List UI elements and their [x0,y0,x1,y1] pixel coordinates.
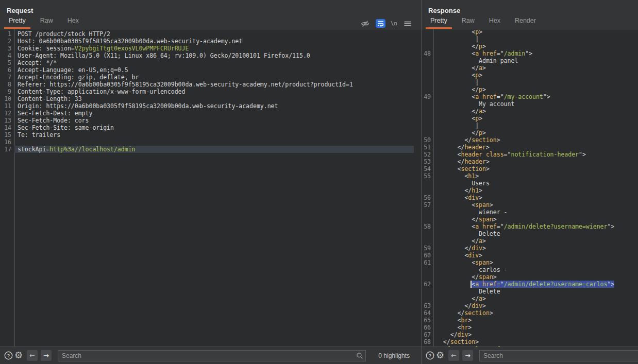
code-line: 6Accept-Language: en-US,en;q=0.5 [0,66,421,74]
line-number: 49 [422,93,433,100]
code-line: | [422,122,638,129]
menu-icon[interactable] [402,18,413,29]
line-number: 59 [422,245,433,252]
code-line: 58 <a href="/admin/delete?username=wiene… [422,223,638,230]
line-number: 60 [422,252,433,259]
line-number [422,29,433,36]
code-line: 68 </section> [422,338,638,345]
line-number: 17 [0,146,14,153]
code-line: 55 <h1> [422,172,638,180]
line-number [422,115,433,122]
code-line: Delete [422,288,638,295]
code-line: </a> [422,237,638,245]
code-line: 53 </header> [422,158,638,165]
code-line: 61 <span> [422,259,638,266]
line-number [422,43,433,50]
line-number: 4 [0,52,14,59]
line-number [422,129,433,136]
code-line: wiener - [422,209,638,216]
tab-render[interactable]: Render [510,17,541,29]
help-icon[interactable]: ? [3,350,13,361]
message-editor-view: Request PrettyRawHex \n 1POST /product/s… [0,0,638,364]
code-line: <p> [422,115,638,122]
code-line: 5Accept: */* [0,59,421,66]
line-number: 6 [0,66,14,74]
next-match-button[interactable]: → [41,350,52,361]
line-number [422,216,433,223]
line-number: 50 [422,136,433,144]
code-line: </a> [422,108,638,115]
line-number [422,180,433,187]
line-number: 13 [0,117,14,124]
tab-hex[interactable]: Hex [63,17,83,29]
code-line: | [422,36,638,43]
code-line: 48 <a href="/admin"> [422,50,638,57]
code-line: </span> [422,273,638,281]
settings-gear-icon[interactable]: ⚙ [13,350,24,361]
request-title: Request [7,7,33,14]
code-line: 51 </header> [422,144,638,151]
code-line: 4User-Agent: Mozilla/5.0 (X11; Linux x86… [0,52,421,59]
line-number [422,108,433,115]
line-number: 54 [422,165,433,172]
line-number: 66 [422,324,433,331]
line-number: 15 [0,131,14,138]
tab-hex[interactable]: Hex [484,17,505,29]
line-number [422,209,433,216]
code-line: 49 <a href="/my-account"> [422,93,638,100]
line-number: 55 [422,172,433,180]
code-line: 12Sec-Fetch-Dest: empty [0,110,421,117]
svg-text:?: ? [7,353,10,358]
previous-match-button[interactable]: ← [27,350,38,361]
code-line: <p> [422,72,638,79]
line-number [422,122,433,129]
code-line: 3Cookie: session=V2pybgiTtgt0exosVL0wPMP… [0,45,421,52]
line-number: 56 [422,194,433,201]
request-search-bar: ? ⚙ ← → 0 highlights [0,346,421,364]
next-match-button[interactable]: → [462,350,473,361]
line-number [422,187,433,194]
code-line: Admin panel [422,57,638,64]
code-line: </p> [422,129,638,136]
line-number: 8 [0,81,14,88]
line-number: 5 [0,59,14,66]
word-wrap-icon [377,20,384,27]
code-line: </span> [422,216,638,223]
line-number: 51 [422,144,433,151]
code-line: 56 <div> [422,194,638,201]
line-number: 1 [0,30,14,38]
response-panel-header: Response PrettyRawHexRender [422,0,638,29]
word-wrap-button[interactable] [376,19,385,28]
response-search-input[interactable] [479,350,638,361]
newline-toggle[interactable]: \n [391,20,397,27]
request-panel: Request PrettyRawHex \n 1POST /product/s… [0,0,422,364]
eye-off-icon[interactable] [360,18,371,29]
tab-raw[interactable]: Raw [36,17,58,29]
request-panel-header: Request PrettyRawHex \n [0,0,421,29]
response-editor[interactable]: <p> | </p>48 <a href="/admin"> Admin pan… [422,29,638,346]
code-line: 50 </section> [422,136,638,144]
help-icon[interactable]: ? [425,350,435,361]
code-line: 10Content-Length: 33 [0,95,421,102]
tab-raw[interactable]: Raw [457,17,479,29]
code-line: 7Accept-Encoding: gzip, deflate, br [0,74,421,81]
line-number [422,288,433,295]
code-line: 8Referer: https://0a6b00ba0305f9f58195ca… [0,81,421,88]
line-number: 11 [0,102,14,110]
code-line: <p> [422,29,638,36]
request-editor[interactable]: 1POST /product/stock HTTP/22Host: 0a6b00… [0,29,421,346]
tab-pretty[interactable]: Pretty [4,17,30,29]
settings-gear-icon[interactable]: ⚙ [435,350,445,361]
line-number: 57 [422,201,433,209]
line-number: 62 [422,281,433,288]
line-number: 53 [422,158,433,165]
request-search-input[interactable] [58,350,366,361]
tab-pretty[interactable]: Pretty [426,17,452,29]
previous-match-button[interactable]: ← [448,350,459,361]
code-line: 60 <div> [422,252,638,259]
code-line: </a> [422,64,638,72]
code-line: 63 </div> [422,302,638,309]
line-number: 12 [0,110,14,117]
svg-text:?: ? [428,353,431,358]
line-number: 67 [422,331,433,338]
